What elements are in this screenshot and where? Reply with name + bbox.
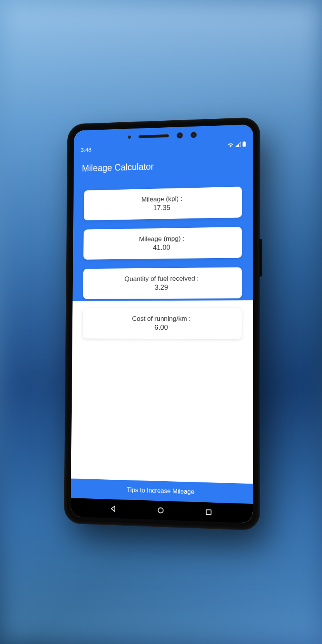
app-header: Mileage Calculator [74, 151, 253, 183]
svg-point-2 [158, 508, 163, 513]
mileage-mpg-card: Mileage (mpg) : 41.00 [83, 227, 242, 260]
battery-icon [242, 141, 246, 148]
signal-icon [235, 142, 241, 148]
front-camera [176, 132, 183, 139]
mileage-mpg-label: Mileage (mpg) : [91, 234, 234, 244]
content-area: Mileage (kpl) : 17.35 Mileage (mpg) : 41… [71, 179, 253, 484]
phone-screen: 3:48 [70, 124, 253, 523]
mileage-mpg-value: 41.00 [91, 243, 234, 253]
page-title: Mileage Calculator [82, 159, 244, 174]
phone-speaker [138, 134, 169, 138]
results-container: Mileage (kpl) : 17.35 Mileage (mpg) : 41… [72, 179, 253, 347]
svg-rect-0 [243, 141, 245, 142]
phone-power-button [259, 239, 262, 276]
mileage-kpl-card: Mileage (kpl) : 17.35 [84, 187, 242, 220]
mileage-kpl-label: Mileage (kpl) : [91, 194, 234, 205]
phone-frame: 3:48 [64, 118, 259, 530]
front-camera-2 [190, 132, 197, 138]
cost-per-km-card: Cost of running/km : 6.00 [83, 308, 241, 339]
home-icon[interactable] [158, 507, 164, 514]
tips-button-label: Tips to Increase Mileage [127, 486, 194, 495]
status-icons [227, 141, 246, 148]
fuel-quantity-value: 3.29 [90, 283, 234, 292]
back-icon[interactable] [110, 505, 117, 512]
phone-mockup: 3:48 [64, 118, 259, 530]
svg-rect-3 [206, 510, 211, 515]
cost-per-km-value: 6.00 [90, 324, 234, 332]
sensor-dot [128, 135, 131, 139]
cost-per-km-label: Cost of running/km : [90, 315, 234, 323]
wifi-icon [227, 142, 234, 148]
recent-apps-icon[interactable] [206, 509, 211, 515]
fuel-quantity-label: Quantity of fuel received : [90, 274, 234, 283]
fuel-quantity-card: Quantity of fuel received : 3.29 [83, 267, 242, 299]
status-time: 3:48 [80, 146, 91, 153]
svg-rect-1 [243, 142, 246, 147]
